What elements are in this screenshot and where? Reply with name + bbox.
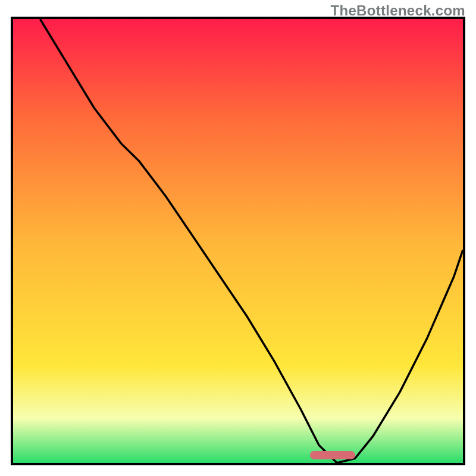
plot-frame	[11, 17, 465, 465]
optimal-range-marker	[310, 451, 355, 459]
plot-svg	[13, 19, 463, 463]
chart-stage: TheBottleneck.com	[0, 0, 476, 476]
